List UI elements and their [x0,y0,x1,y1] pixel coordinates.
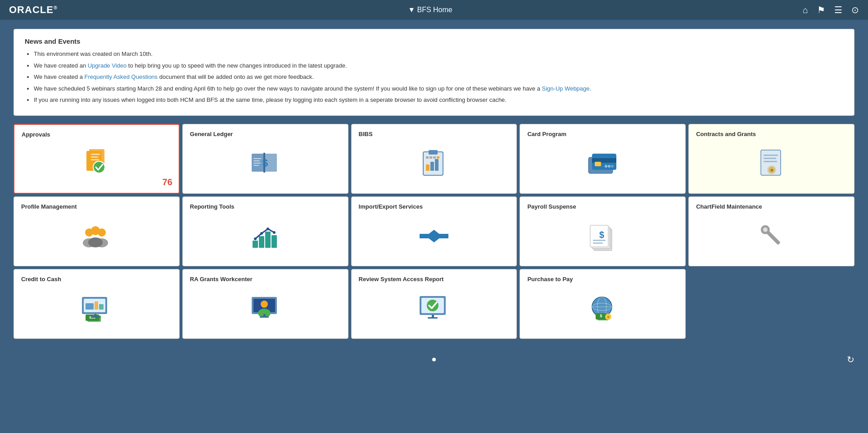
news-title: News and Events [25,37,843,45]
tile-chartfield-title: ChartField Maintenance [696,203,762,210]
faq-link[interactable]: Frequently Asked Questions [85,73,158,80]
svg-rect-13 [253,160,260,161]
svg-point-45 [91,226,100,235]
svg-rect-61 [593,240,606,241]
tile-approvals-title: Approvals [22,131,50,138]
news-item-1: This environment was created on March 10… [34,50,843,59]
svg-rect-69 [95,301,98,310]
svg-text:$: $ [599,230,604,240]
tile-profile-management-title: Profile Management [21,203,77,210]
svg-point-54 [273,231,276,234]
oracle-logo: ORACLE® [9,4,58,16]
tile-payroll-suspense-title: Payroll Suspense [527,203,576,210]
tile-review-system-title: Review System Access Report [359,276,444,283]
svg-rect-49 [265,232,271,248]
tile-general-ledger-title: General Ledger [190,131,233,137]
svg-rect-70 [99,304,104,310]
svg-rect-4 [91,159,99,160]
nav-actions: ⌂ ⚑ ☰ ⊙ [803,5,859,15]
tile-purchase-to-pay[interactable]: Purchase to Pay $ $ [520,269,686,339]
page-indicator-dot [432,358,436,361]
svg-text:$: $ [607,315,609,319]
tile-review-system[interactable]: Review System Access Report [351,269,517,339]
refresh-icon[interactable]: ↻ [847,354,854,365]
news-item-5: If you are running into any issues when … [34,96,843,105]
svg-rect-18 [429,150,438,155]
svg-rect-50 [271,235,277,248]
tile-credit-to-cash-title: Credit to Cash [21,276,61,283]
svg-text:★: ★ [769,168,773,173]
svg-rect-21 [435,159,439,171]
page-title: ▼ BFS Home [408,6,452,14]
news-list: This environment was created on March 10… [25,50,843,105]
svg-marker-56 [426,230,448,242]
tile-chartfield[interactable]: ChartField Maintenance [688,196,854,266]
svg-rect-47 [253,241,258,248]
tile-card-program[interactable]: Card Program [520,124,686,194]
tile-reporting-tools-title: Reporting Tools [190,203,235,210]
tile-ra-grants[interactable]: RA Grants Workcenter [182,269,348,339]
tile-import-export-title: Import/Export Services [359,203,423,210]
svg-rect-22 [426,156,429,159]
reporting-tools-icon [190,214,341,258]
tile-ra-grants-title: RA Grants Workcenter [190,276,253,283]
logo-registered: ® [54,5,58,10]
tile-credit-to-cash[interactable]: Credit to Cash $$$ [14,269,180,339]
news-panel: News and Events This environment was cre… [14,29,854,116]
svg-rect-15 [253,165,259,166]
user-icon[interactable]: ⊙ [851,5,859,15]
svg-point-32 [608,165,610,168]
tile-contracts-grants[interactable]: Contracts and Grants ★ [688,124,854,194]
tile-approvals[interactable]: Approvals 76 [14,124,180,194]
card-program-icon [527,142,678,185]
svg-text:$: $ [262,157,268,169]
svg-point-52 [260,232,263,235]
contracts-grants-icon: ★ [696,142,847,185]
tile-contracts-grants-title: Contracts and Grants [696,131,756,137]
main-content: News and Events This environment was cre… [0,20,868,352]
svg-rect-25 [437,156,439,159]
svg-rect-86 [428,317,438,319]
svg-rect-62 [593,242,603,244]
chartfield-icon [696,214,847,258]
signup-link[interactable]: Sign-Up Webpage [542,85,590,92]
svg-rect-23 [429,156,432,159]
logo-area: ORACLE® [9,4,58,16]
svg-point-78 [261,301,268,308]
tile-bibs-title: BIBS [359,131,373,137]
svg-rect-75 [91,316,100,318]
svg-point-33 [611,165,614,168]
tile-general-ledger[interactable]: General Ledger $ [182,124,348,194]
svg-text:$: $ [600,314,602,318]
tiles-grid: Approvals 76 Genera [14,124,854,339]
svg-rect-48 [259,236,264,248]
svg-rect-36 [764,158,776,159]
tile-import-export[interactable]: Import/Export Services [351,196,517,266]
svg-rect-2 [91,154,100,155]
ra-grants-icon [190,287,341,330]
review-system-icon [359,287,510,330]
tile-profile-management[interactable]: Profile Management [14,196,180,266]
payroll-suspense-icon: $ [527,214,678,258]
home-icon[interactable]: ⌂ [803,5,808,15]
upgrade-video-link[interactable]: Upgrade Video [88,62,127,69]
general-ledger-icon: $ [190,142,341,185]
svg-rect-14 [253,163,261,164]
news-item-4: We have scheduled 5 webinars starting Ma… [34,84,843,93]
svg-rect-81 [260,316,269,318]
menu-icon[interactable]: ☰ [834,5,842,15]
import-export-icon [359,214,510,258]
svg-rect-68 [86,303,94,310]
tile-payroll-suspense[interactable]: Payroll Suspense $ [520,196,686,266]
approvals-badge: 76 [163,177,172,187]
svg-point-46 [88,237,103,247]
top-nav: ORACLE® ▼ BFS Home ⌂ ⚑ ☰ ⊙ [0,0,868,20]
tile-card-program-title: Card Program [527,131,566,137]
tile-bibs[interactable]: BIBS [351,124,517,194]
flag-icon[interactable]: ⚑ [817,5,825,15]
svg-rect-12 [253,158,262,159]
svg-rect-30 [595,162,601,166]
svg-rect-24 [433,156,436,159]
tile-reporting-tools[interactable]: Reporting Tools [182,196,348,266]
profile-management-icon [21,214,172,258]
